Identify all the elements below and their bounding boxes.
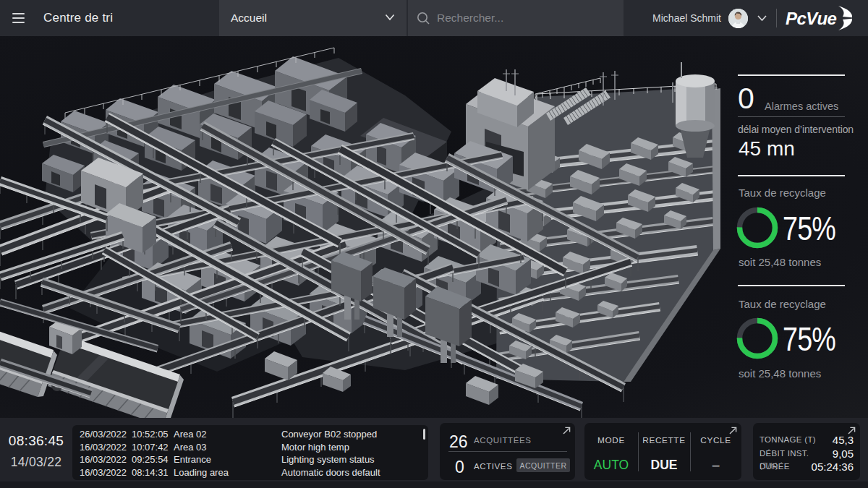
active-alarms-label: Alarmes actives xyxy=(765,100,838,112)
alarm-date: 16/03/2022 xyxy=(80,454,127,465)
alarm-message: Motor high temp xyxy=(281,442,349,453)
mode-label: MODE xyxy=(584,435,638,445)
acknowledged-label: ACQUITTÉES xyxy=(474,436,531,445)
chevron-down-icon xyxy=(385,14,395,21)
stats-sidebar: 0 Alarmes actives délai moyen d’interven… xyxy=(738,36,845,418)
rule-thin xyxy=(738,116,845,117)
main-area: 0 Alarmes actives délai moyen d’interven… xyxy=(0,36,868,418)
user-chevron-down-icon[interactable] xyxy=(757,14,767,22)
page-select-value: Accueil xyxy=(231,0,267,36)
active-alarms-count: 0 xyxy=(738,84,754,114)
debit-label: DÉBIT INST. xyxy=(760,449,809,458)
recette-label: RECETTE xyxy=(638,435,690,445)
alarm-time: 10:52:05 xyxy=(132,429,169,440)
user-area: Michael Schmit PcVue xyxy=(624,0,868,36)
alarm-area: Loading area xyxy=(174,467,229,478)
alarm-area: Area 02 xyxy=(174,429,207,440)
alarm-row[interactable]: 16/03/2022 10:07:42 Area 03 Motor high t… xyxy=(72,442,428,455)
production-stats-panel: TONNAGE (T) 45,3 DÉBIT INST. 9,05 (T/h) … xyxy=(753,423,860,480)
cycle-value: – xyxy=(690,458,741,473)
user-avatar[interactable] xyxy=(728,9,748,28)
search-box[interactable]: Rechercher... xyxy=(407,0,624,36)
user-name: Michael Schmit xyxy=(652,0,721,36)
rule-mid xyxy=(738,175,845,176)
svg-text:PcVue: PcVue xyxy=(786,9,837,28)
alarm-message: Conveyor B02 stopped xyxy=(281,429,377,440)
duree-label: DURÉE xyxy=(760,462,790,471)
alarm-date: 26/03/2022 xyxy=(80,429,127,440)
acknowledged-count: 26 xyxy=(449,432,468,452)
top-bar: Centre de tri Accueil Rechercher... Mich… xyxy=(0,0,868,36)
clock-date: 14/03/22 xyxy=(11,455,62,470)
alarm-row[interactable]: 16/03/2022 08:14:31 Loading area Automat… xyxy=(72,467,428,480)
alarm-row[interactable]: 16/03/2022 09:25:54 Entrance Lighting sy… xyxy=(72,454,428,467)
rule-mid-2 xyxy=(738,285,845,286)
intervention-delay-label: délai moyen d’intervention xyxy=(738,124,854,135)
debit-value: 9,05 xyxy=(833,448,854,460)
page-select-dropdown[interactable]: Accueil xyxy=(219,0,407,36)
alarm-list-panel[interactable]: 26/03/2022 10:52:05 Area 02 Conveyor B02… xyxy=(72,425,428,480)
recycle-rate-title-2: Taux de recyclage xyxy=(739,298,826,310)
search-placeholder: Rechercher... xyxy=(437,0,503,36)
tonnage-value: 45,3 xyxy=(833,434,854,446)
recycle-rate-donut-1 xyxy=(736,207,778,249)
recycle-rate-title-1: Taux de recyclage xyxy=(739,187,826,199)
alarms-ack-panel: 26 ACQUITTÉES 0 ACTIVES ACQUITTER xyxy=(440,423,575,480)
intervention-delay-value: 45 mn xyxy=(739,137,795,160)
duree-value: 05:24:36 xyxy=(812,461,854,473)
tonnage-row: TONNAGE (T) 45,3 xyxy=(760,434,854,447)
acknowledge-button[interactable]: ACQUITTER xyxy=(516,458,570,472)
alarm-row[interactable]: 26/03/2022 10:52:05 Area 02 Conveyor B02… xyxy=(72,429,428,442)
recycle-rate-donut-2 xyxy=(736,317,778,359)
duree-row: (T/h) DURÉE 05:24:36 xyxy=(760,461,854,474)
alarm-message: Lighting system status xyxy=(281,454,375,465)
clock-time: 08:36:45 xyxy=(9,433,64,449)
expand-icon[interactable] xyxy=(563,427,571,435)
alarm-area: Area 03 xyxy=(174,442,207,453)
recette-value: DUE xyxy=(638,458,690,473)
rule-top xyxy=(738,74,845,76)
recycle-rate-value-2: 75% xyxy=(783,322,835,356)
cycle-column: CYCLE – xyxy=(690,423,741,480)
alarm-date: 16/03/2022 xyxy=(80,467,127,478)
cycle-label: CYCLE xyxy=(690,435,741,445)
recycle-rate-value-1: 75% xyxy=(783,212,835,245)
alarm-area: Entrance xyxy=(174,454,211,465)
hamburger-menu-button[interactable] xyxy=(9,9,28,27)
mode-value: AUTO xyxy=(584,458,638,473)
mode-column: MODE AUTO xyxy=(584,423,638,480)
alarm-time: 08:14:31 xyxy=(132,467,169,478)
pcvue-scada-app: Centre de tri Accueil Rechercher... Mich… xyxy=(0,0,868,488)
alarm-list-scrollbar[interactable] xyxy=(423,429,425,440)
top-bar-divider xyxy=(776,9,777,27)
recette-column: RECETTE DUE xyxy=(638,423,690,480)
alarm-time: 09:25:54 xyxy=(132,454,169,465)
bottom-edge xyxy=(0,481,868,488)
alarm-date: 16/03/2022 xyxy=(80,442,127,453)
debit-row: DÉBIT INST. 9,05 xyxy=(760,448,854,461)
tonnage-label: TONNAGE (T) xyxy=(760,435,816,444)
active-label: ACTIVES xyxy=(474,462,512,471)
app-title: Centre de tri xyxy=(43,0,113,36)
mode-panel: MODE AUTO RECETTE DUE CYCLE – xyxy=(584,423,741,480)
alarm-time: 10:07:42 xyxy=(132,442,169,453)
search-icon xyxy=(417,12,430,25)
pcvue-logo: PcVue xyxy=(781,5,854,31)
ack-divider xyxy=(448,451,567,452)
alarm-message: Automatic doors default xyxy=(281,467,380,478)
active-count: 0 xyxy=(455,458,464,477)
recycle-rate-subtitle-1: soit 25,48 tonnes xyxy=(739,256,821,268)
recycle-rate-subtitle-2: soit 25,48 tonnes xyxy=(739,367,821,380)
